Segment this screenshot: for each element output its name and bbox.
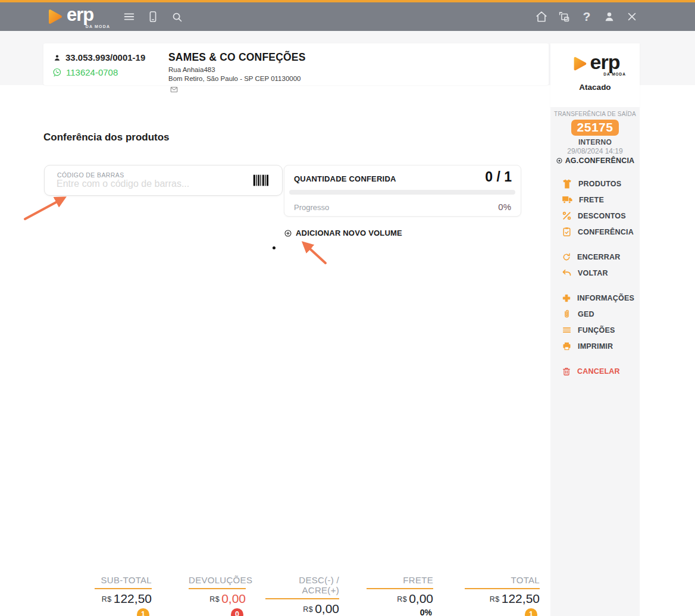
menu-icon <box>125 14 134 19</box>
sidebar-item-label: INFORMAÇÕES <box>577 294 634 302</box>
sidebar-item-label: GED <box>578 310 594 318</box>
sidebar-item-informacoes[interactable]: INFORMAÇÕES <box>550 290 640 306</box>
user-button[interactable] <box>599 6 620 27</box>
quantity-label: QUANTIDADE CONFERIDA <box>294 174 396 183</box>
home-button[interactable] <box>531 6 552 27</box>
close-button[interactable] <box>621 6 643 27</box>
brand-tagline: DA MODA <box>86 24 111 29</box>
cnpj-value: 33.053.993/0001-19 <box>65 52 145 62</box>
lines-icon <box>562 325 572 335</box>
count-badge: 1 <box>137 608 149 616</box>
arrow-to-barcode-input <box>25 198 64 219</box>
windows-icon <box>560 12 569 21</box>
store-mode-label: Atacado <box>550 83 640 92</box>
person-icon <box>55 55 60 60</box>
mobile-icon <box>151 12 156 22</box>
customer-header-card: 33.053.993/0001-19 113624-0708 SAMES & C… <box>43 43 549 85</box>
search-button[interactable] <box>166 6 187 27</box>
total-value: R$122,50 <box>465 592 540 606</box>
brand-card: erp DA MODA Atacado <box>550 43 640 107</box>
quantity-value: 0 / 1 <box>485 169 512 185</box>
sidebar-item-label: IMPRIMIR <box>578 342 613 351</box>
currency-symbol: R$ <box>102 595 112 604</box>
mobile-button[interactable] <box>142 6 164 27</box>
add-volume-button[interactable]: ADICIONAR NOVO VOLUME <box>284 229 402 237</box>
company-block: SAMES & CO CONFEÇÕES Rua Anhaia483 Bom R… <box>168 51 306 94</box>
email-button[interactable] <box>168 85 306 94</box>
whatsapp-row[interactable]: 113624-0708 <box>52 67 118 77</box>
transfer-info: TRANSFERÊNCIA DE SAÍDA 25175 INTERNO 29/… <box>550 107 640 165</box>
cnpj-row: 33.053.993/0001-19 <box>53 52 145 62</box>
barcode-input[interactable]: CÓDIGO DE BARRAS Entre com o código de b… <box>44 165 283 196</box>
total-label: DEVOLUÇÕES <box>189 575 246 589</box>
sync-icon <box>562 252 571 262</box>
tshirt-icon <box>562 179 572 189</box>
topbar: erp DA MODA ? <box>0 2 695 31</box>
total-label: FRETE <box>367 575 433 589</box>
bullet-dot <box>273 246 276 249</box>
erp-play-icon <box>571 54 588 74</box>
page-title: Conferência dos produtos <box>43 132 170 143</box>
barcode-input-placeholder: Entre com o código de barras... <box>57 179 189 189</box>
total-label: DESC(-) / ACRE(+) <box>265 575 339 599</box>
company-address-line1: Rua Anhaia483 <box>168 65 306 74</box>
quantity-card: QUANTIDADE CONFERIDA 0 / 1 Progresso 0% <box>284 165 521 217</box>
currency-symbol: R$ <box>490 595 500 604</box>
total-label: TOTAL <box>465 575 540 589</box>
total-column-total: TOTAL R$122,50 1 <box>465 575 540 616</box>
transfer-status-label: AG.CONFERÊNCIA <box>565 157 635 165</box>
progress-percent: 0% <box>498 202 511 212</box>
barcode-input-label: CÓDIGO DE BARRAS <box>57 171 124 179</box>
progress-bar <box>289 190 515 195</box>
sidebar-item-label: FUNÇÕES <box>578 326 615 334</box>
sidebar-item-funcoes[interactable]: FUNÇÕES <box>550 322 640 338</box>
sidebar-item-label: FRETE <box>579 196 604 204</box>
transfer-datetime: 29/08/2024 14:19 <box>550 147 640 155</box>
total-label: SUB-TOTAL <box>95 575 152 589</box>
plus-icon <box>562 293 571 303</box>
sidebar-item-imprimir[interactable]: IMPRIMIR <box>550 338 640 354</box>
arrow-to-add-volume <box>304 243 325 263</box>
sidebar-item-cancelar[interactable]: CANCELAR <box>550 363 640 379</box>
sidebar-item-conferencia[interactable]: CONFERÊNCIA <box>550 224 640 240</box>
company-address-line2: Bom Retiro, São Paulo - SP CEP 01130000 <box>168 74 306 83</box>
windows-button[interactable] <box>553 6 575 27</box>
target-icon <box>557 158 562 163</box>
phone-value: 113624-0708 <box>66 67 118 77</box>
sidebar-item-descontos[interactable]: DESCONTOS <box>550 208 640 224</box>
progress-label: Progresso <box>294 203 329 212</box>
search-icon <box>173 13 181 21</box>
menu-button[interactable] <box>118 6 140 27</box>
truck-icon <box>562 194 573 205</box>
percent-value: 0% <box>367 608 433 616</box>
envelope-icon <box>171 87 177 92</box>
circle-plus-icon <box>284 229 292 237</box>
help-icon: ? <box>583 10 591 24</box>
sidebar-item-label: VOLTAR <box>578 269 608 277</box>
sidebar-menu: PRODUTOS FRETE DESCONTOS CONFERÊNCIA ENC… <box>550 176 640 379</box>
sidebar-item-ged[interactable]: GED <box>550 306 640 322</box>
trash-icon <box>562 367 571 376</box>
sidebar-item-produtos[interactable]: PRODUTOS <box>550 176 640 192</box>
company-name: SAMES & CO CONFEÇÕES <box>168 51 306 64</box>
transfer-number-badge: 25175 <box>571 120 619 136</box>
sidebar-item-encerrar[interactable]: ENCERRAR <box>550 249 640 265</box>
undo-icon <box>562 268 572 278</box>
barcode-icon <box>249 172 273 189</box>
currency-symbol: R$ <box>397 595 407 604</box>
total-column-frete: FRETE R$0,00 0% <box>367 575 433 616</box>
sidebar-item-label: DESCONTOS <box>578 212 626 220</box>
total-column-desc-acre: DESC(-) / ACRE(+) R$0,00 0% <box>265 575 339 616</box>
sidebar-item-frete[interactable]: FRETE <box>550 192 640 208</box>
brand-name: erp <box>590 52 620 72</box>
erp-logo: erp DA MODA <box>550 52 640 74</box>
app-logo[interactable]: erp DA MODA <box>45 5 93 29</box>
sidebar-item-label: ENCERRAR <box>577 253 620 261</box>
clipboard-check-icon <box>562 227 572 237</box>
total-value: R$122,50 <box>95 592 152 606</box>
transfer-type: INTERNO <box>550 138 640 146</box>
sidebar-item-voltar[interactable]: VOLTAR <box>550 265 640 281</box>
total-value: R$0,00 <box>189 592 246 606</box>
help-button[interactable]: ? <box>576 6 597 27</box>
sidebar-item-label: PRODUTOS <box>578 180 621 188</box>
